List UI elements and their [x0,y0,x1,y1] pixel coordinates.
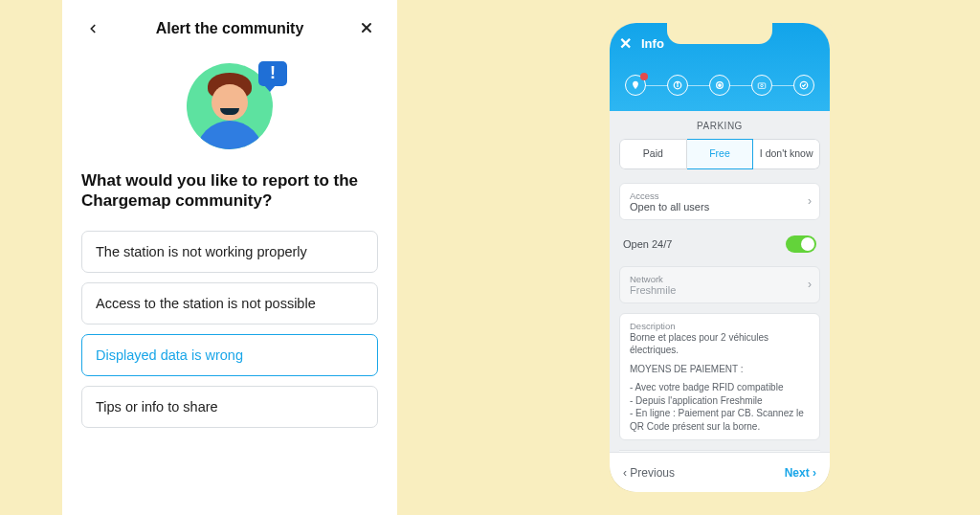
chevron-right-icon: › [808,278,812,291]
step-check-icon[interactable] [793,75,814,96]
alert-community-screen: Alert the community ! What would you lik… [62,0,397,515]
access-label: Access [630,190,810,201]
svg-point-6 [719,84,722,87]
page-title: Alert the community [156,20,304,37]
svg-rect-7 [758,83,766,88]
access-field[interactable]: Access Open to all users › [619,183,820,220]
info-form: PARKING Paid Free I don't know Access Op… [610,111,830,452]
svg-point-8 [761,84,764,87]
step-location-icon[interactable] [625,75,646,96]
step-indicator [619,75,820,96]
open247-label: Open 24/7 [623,238,672,250]
network-field[interactable]: Network Freshmile › [619,266,820,303]
parking-option-free[interactable]: Free [687,139,754,169]
phone-mockup: ✕ Info [600,13,839,502]
option-data-wrong[interactable]: Displayed data is wrong [81,334,378,376]
parking-option-paid[interactable]: Paid [619,139,687,169]
report-options: The station is not working properly Acce… [81,231,378,428]
left-header: Alert the community [81,10,378,48]
option-tips-info[interactable]: Tips or info to share [81,386,378,428]
close-icon[interactable] [355,18,378,40]
phone-notch [667,23,772,44]
wizard-footer: ‹ Previous Next › [610,452,830,492]
phone-close-icon[interactable]: ✕ [619,34,632,53]
network-label: Network [630,274,810,284]
open247-toggle[interactable] [786,235,816,253]
option-not-working[interactable]: The station is not working properly [81,231,378,273]
chevron-right-icon: › [808,194,812,208]
parking-segmented-control: Paid Free I don't know [619,139,820,169]
parking-option-unknown[interactable]: I don't know [753,139,820,169]
access-value: Open to all users [630,201,810,213]
previous-button[interactable]: ‹ Previous [623,466,675,480]
step-info-icon[interactable] [667,75,688,96]
svg-point-4 [678,83,679,84]
alert-speech-icon: ! [258,61,287,86]
parking-section-title: PARKING [619,121,820,131]
next-button[interactable]: Next › [785,466,816,480]
back-icon[interactable] [81,18,104,40]
avatar-illustration: ! [81,63,378,149]
report-question: What would you like to report to the Cha… [81,170,378,212]
phone-header-title: Info [641,36,664,51]
step-photo-icon[interactable] [751,75,772,96]
step-connector-icon[interactable] [709,75,730,96]
network-value: Freshmile [630,284,810,296]
description-value: Borne et places pour 2 véhicules électri… [630,331,810,434]
option-access-impossible[interactable]: Access to the station is not possible [81,282,378,325]
description-label: Description [630,321,810,331]
description-field[interactable]: Description Borne et places pour 2 véhic… [619,313,820,441]
